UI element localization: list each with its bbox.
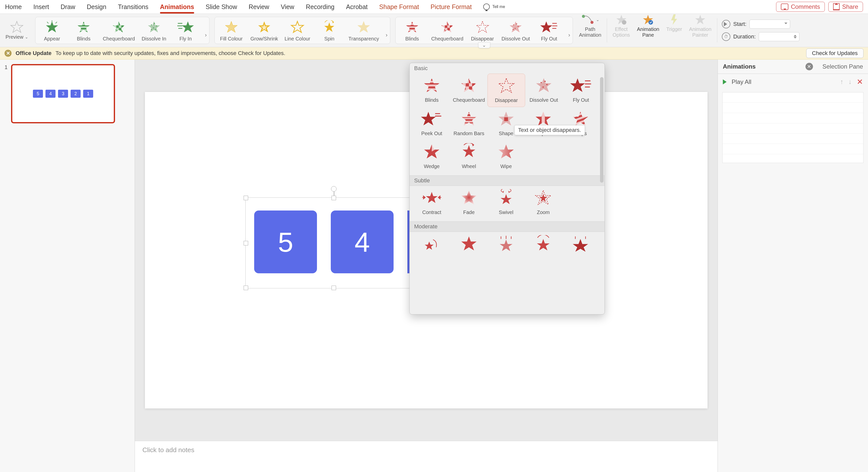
tab-shape-format[interactable]: Shape Format [379,3,419,10]
entrance-dissolve-label: Dissolve In [142,36,166,42]
effect-blinds[interactable]: Blinds [413,73,450,107]
emphasis-more-icon[interactable]: › [386,32,388,38]
slide-shape-4[interactable]: 4 [331,211,394,273]
exit-disappear[interactable]: Disappear [470,19,495,42]
tell-me-search[interactable]: Tell me [483,3,505,10]
resize-handle[interactable] [332,286,336,290]
trigger-icon [669,14,679,25]
effect-swivel[interactable]: Swivel [488,186,525,219]
comments-button[interactable]: Comments [776,2,825,12]
preview-star-icon [9,21,24,33]
tab-recording[interactable]: Recording [306,3,335,10]
rotate-handle[interactable] [331,186,337,192]
move-up-button[interactable]: ↑ [840,78,843,86]
effect-chequerboard[interactable]: Chequerboard [450,73,488,107]
svg-rect-54 [440,20,442,23]
svg-rect-50 [405,28,420,29]
entrance-more-icon[interactable]: › [205,32,207,38]
exit-fly-out[interactable]: Fly Out [536,19,562,42]
tab-animations[interactable]: Animations [160,3,194,10]
effect-disappear[interactable]: Disappear [488,73,525,107]
preview-button[interactable]: Preview ⌄ [3,21,33,40]
comments-label: Comments [791,3,820,10]
svg-point-107 [546,84,548,85]
entrance-blinds[interactable]: Blinds [71,19,96,42]
entrance-fly-in[interactable]: Fly In [173,19,198,42]
effect-random-bars[interactable]: Random Bars [450,107,488,140]
tab-picture-format[interactable]: Picture Format [431,3,472,10]
svg-marker-137 [463,145,475,157]
emphasis-transparency[interactable]: Transparency [348,19,379,42]
svg-rect-60 [445,25,447,28]
entrance-dissolve-in[interactable]: Dissolve In [142,19,166,42]
effect-moderate-2[interactable] [450,232,488,262]
effect-wedge[interactable]: Wedge [413,140,450,173]
start-icon [722,20,731,28]
effect-moderate-4[interactable] [525,232,562,262]
emphasis-fill-colour[interactable]: Fill Colour [219,19,244,42]
effect-options-button: Effect Options [609,14,633,47]
svg-rect-102 [469,86,472,90]
slide-shape-5[interactable]: 5 [254,211,317,273]
emphasis-line-colour[interactable]: Line Colour [285,19,310,42]
exit-dissolve-out[interactable]: Dissolve Out [502,19,530,42]
animations-pane-tab[interactable]: Animations [718,63,761,70]
start-dropdown[interactable] [749,20,790,29]
slide-thumbnail-1[interactable]: 5 4 3 2 1 [11,64,115,123]
emphasis-grow-shrink[interactable]: Grow/Shrink [250,19,278,42]
effect-zoom[interactable]: Zoom [525,186,562,219]
tab-draw[interactable]: Draw [61,3,75,10]
entrance-chequerboard[interactable]: Chequerboard [103,19,135,42]
resize-handle[interactable] [244,196,248,200]
tab-transitions[interactable]: Transitions [118,3,148,10]
entrance-appear[interactable]: Appear [39,19,65,42]
tab-acrobat[interactable]: Acrobat [346,3,368,10]
delete-animation-button[interactable]: ✕ [857,77,863,86]
star-icon [421,109,442,128]
star-icon [421,75,442,95]
exit-gallery-expand-button[interactable]: ⌄ [478,42,490,48]
resize-handle[interactable] [244,286,248,290]
effect-wipe[interactable]: Wipe [488,140,525,173]
move-down-button[interactable]: ↓ [848,78,852,86]
effect-dissolve-out[interactable]: Dissolve Out [525,73,562,107]
share-button[interactable]: Share [828,2,863,12]
trigger-label: Trigger [666,26,682,32]
effect-moderate-5[interactable] [562,232,599,262]
emphasis-spin[interactable]: Spin [317,19,342,42]
duration-input[interactable] [759,32,800,41]
exit-chequerboard[interactable]: Chequerboard [431,19,463,42]
svg-marker-158 [537,239,550,250]
effect-moderate-1[interactable] [413,232,450,262]
tab-view[interactable]: View [281,3,294,10]
exit-dissolve-label: Dissolve Out [502,36,530,42]
effect-contract[interactable]: Contract [413,186,450,219]
effect-peek-out[interactable]: Peek Out [413,107,450,140]
notes-pane[interactable]: Click to add notes [135,441,718,472]
animation-list[interactable] [722,92,864,163]
svg-marker-39 [225,21,237,32]
close-pane-button[interactable]: ✕ [805,63,813,70]
selection-pane-tab[interactable]: Selection Pane [817,63,868,70]
exit-blinds[interactable]: Blinds [400,19,425,42]
tab-insert[interactable]: Insert [33,3,49,10]
exit-more-icon[interactable]: › [568,32,570,38]
tab-slide-show[interactable]: Slide Show [206,3,237,10]
animation-pane-button[interactable]: Animation Pane [633,14,663,47]
effect-fly-out[interactable]: Fly Out [562,73,599,107]
effect-fade[interactable]: Fade [450,186,488,219]
star-icon [145,19,163,34]
star-icon [458,234,480,253]
play-all-button[interactable]: Play All [732,78,751,86]
check-for-updates-button[interactable]: Check for Updates [806,49,864,58]
effect-wheel[interactable]: Wheel [450,140,488,173]
tab-design[interactable]: Design [87,3,106,10]
resize-handle[interactable] [244,241,248,245]
scrollbar[interactable] [600,77,603,183]
tab-review[interactable]: Review [249,3,269,10]
resize-handle[interactable] [332,196,336,200]
path-animation-button[interactable]: ⌄ Path Animation [576,14,605,47]
preview-label: Preview [5,34,23,40]
effect-moderate-3[interactable] [488,232,525,262]
tab-home[interactable]: Home [5,3,22,10]
